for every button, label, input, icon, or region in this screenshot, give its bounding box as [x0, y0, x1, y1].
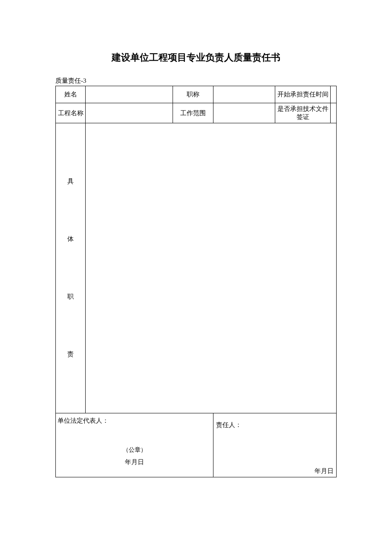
form-table: 姓名 职称 开始承担责任时间 工程名称 工作范围 是否承担技术文件签证 具 体 … — [55, 86, 337, 477]
legal-rep-label: 单位法定代表人： — [56, 413, 213, 425]
label-project-name: 工程名称 — [56, 103, 86, 123]
signature-left-cell: 单位法定代表人： （公章） 年月日 — [56, 413, 213, 477]
signature-right-cell: 责任人： 年月日 — [213, 413, 337, 477]
seal-label: （公章） — [56, 446, 213, 454]
value-name — [86, 86, 173, 103]
label-scope: 工作范围 — [173, 103, 213, 123]
label-tech-sign: 是否承担技术文件签证 — [275, 103, 331, 123]
document-subtitle: 质量责任-3 — [55, 77, 337, 85]
value-project-name — [86, 103, 173, 123]
document-title: 建设单位工程项目专业负责人质量责任书 — [55, 51, 337, 64]
row-name: 姓名 职称 开始承担责任时间 — [56, 86, 337, 103]
row-duties: 具 体 职 责 — [56, 123, 337, 413]
label-name: 姓名 — [56, 86, 86, 103]
label-start-time: 开始承担责任时间 — [275, 86, 331, 103]
label-duties: 具 体 职 责 — [56, 123, 86, 413]
value-tech-sign — [331, 103, 337, 123]
row-signature: 单位法定代表人： （公章） 年月日 责任人： 年月日 — [56, 413, 337, 477]
value-title — [213, 86, 275, 103]
duties-content — [86, 123, 337, 413]
left-date: 年月日 — [56, 458, 213, 466]
duties-label-text: 具 体 职 责 — [67, 167, 74, 369]
row-project: 工程名称 工作范围 是否承担技术文件签证 — [56, 103, 337, 123]
label-title: 职称 — [173, 86, 213, 103]
responsible-person-label: 责任人： — [213, 413, 336, 429]
value-start-time — [331, 86, 337, 103]
right-date: 年月日 — [314, 467, 334, 475]
value-scope — [213, 103, 275, 123]
